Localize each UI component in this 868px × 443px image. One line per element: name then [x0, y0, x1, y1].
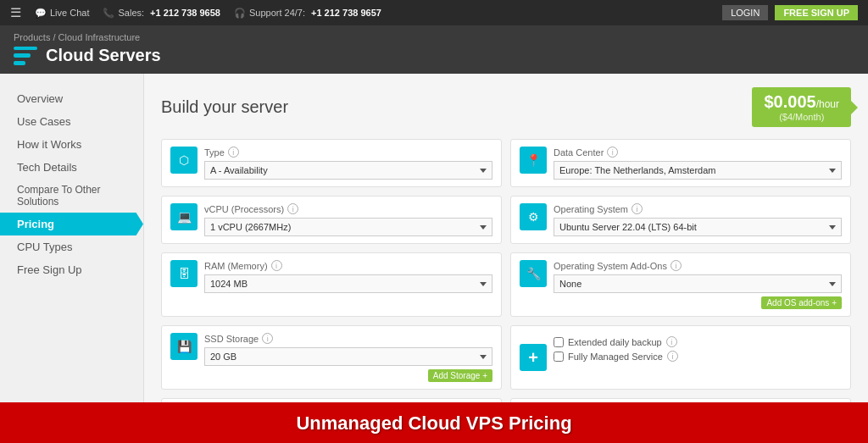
sidebar-item-tech-details[interactable]: Tech Details [0, 156, 143, 179]
ssd-icon: 💾 [170, 333, 198, 360]
free-signup-button[interactable]: FREE SIGN UP [775, 5, 858, 20]
sidebar-item-cpu-types[interactable]: CPU Types [0, 235, 143, 258]
os-addons-body: Operating System Add-Ons i None Add OS a… [554, 260, 842, 309]
vcpu-icon: 💻 [170, 203, 198, 230]
vcpu-config: 💻 vCPU (Processors) i 1 vCPU (2667MHz) [161, 196, 502, 244]
managed-info-icon[interactable]: i [667, 351, 678, 362]
os-info-icon[interactable]: i [632, 203, 643, 214]
os-addons-label: Operating System Add-Ons i [554, 260, 842, 271]
page-title: Cloud Servers [14, 46, 854, 65]
chat-icon: 💬 [35, 8, 47, 19]
bottom-banner: Unmanaged Cloud VPS Pricing [0, 402, 868, 443]
vcpu-info-icon[interactable]: i [287, 203, 298, 214]
breadcrumb-products[interactable]: Products [14, 32, 50, 42]
sidebar: Overview Use Cases How it Works Tech Det… [0, 74, 144, 402]
datacenter-info-icon[interactable]: i [607, 147, 618, 158]
live-chat[interactable]: 💬 Live Chat [35, 8, 89, 19]
ram-select[interactable]: 1024 MB [204, 274, 492, 293]
add-os-addons-link[interactable]: Add OS add-ons + [761, 296, 842, 309]
os-body: Operating System i Ubuntu Server 22.04 (… [554, 203, 842, 236]
os-addons-info-icon[interactable]: i [670, 260, 682, 271]
os-addons-select[interactable]: None [554, 274, 842, 293]
config-grid: ⬡ Type i A - Availability 📍 Data Center [161, 139, 851, 402]
ssd-body: SSD Storage i 20 GB Add Storage + [204, 333, 492, 382]
os-config: ⚙ Operating System i Ubuntu Server 22.04… [510, 196, 851, 244]
datacenter-body: Data Center i Europe: The Netherlands, A… [554, 147, 842, 180]
ram-info-icon[interactable]: i [271, 260, 282, 271]
sidebar-item-use-cases[interactable]: Use Cases [0, 110, 143, 133]
sidebar-item-pricing[interactable]: Pricing [0, 213, 143, 235]
ram-config: 🗄 RAM (Memory) i 1024 MB [161, 252, 502, 317]
plus-icon: + [520, 344, 547, 371]
type-icon: ⬡ [170, 147, 198, 174]
login-button[interactable]: LOGIN [722, 5, 768, 20]
type-label: Type i [204, 147, 492, 158]
extras-config: + Extended daily backup i Fully Managed … [510, 325, 851, 390]
phone-icon: 📞 [103, 8, 114, 19]
managed-checkbox[interactable] [554, 352, 564, 362]
os-addons-config: 🔧 Operating System Add-Ons i None Add OS… [510, 252, 851, 317]
backup-info-icon[interactable]: i [666, 336, 677, 347]
sales-phone: 📞 Sales: +1 212 738 9658 [103, 8, 220, 19]
os-addons-icon: 🔧 [520, 260, 547, 287]
ram-body: RAM (Memory) i 1024 MB [204, 260, 492, 293]
main-content: Build your server $0.005/hour ($4/Month)… [144, 74, 868, 402]
page-header: Products / Cloud Infrastructure Cloud Se… [0, 25, 868, 74]
sidebar-item-overview[interactable]: Overview [0, 87, 143, 110]
publicips-config: 🖥 Public IPs i 1 next step: SIGN UP FOR … [510, 398, 851, 402]
ram-icon: 🗄 [170, 260, 198, 287]
breadcrumb: Products / Cloud Infrastructure [14, 32, 854, 42]
traffic-config: 🕐 Internet Traffic included i 5000 GB/mo… [161, 398, 502, 402]
banner-text: Unmanaged Cloud VPS Pricing [296, 413, 571, 435]
topbar: ☰ 💬 Live Chat 📞 Sales: +1 212 738 9658 🎧… [0, 0, 868, 25]
ssd-info-icon[interactable]: i [262, 333, 273, 344]
price-month: ($4/Month) [764, 112, 839, 122]
datacenter-icon: 📍 [520, 147, 547, 174]
type-select[interactable]: A - Availability [204, 161, 492, 180]
sidebar-item-compare[interactable]: Compare To Other Solutions [0, 179, 143, 213]
vcpu-body: vCPU (Processors) i 1 vCPU (2667MHz) [204, 203, 492, 236]
ram-label: RAM (Memory) i [204, 260, 492, 271]
content-header: Build your server $0.005/hour ($4/Month) [161, 87, 851, 127]
support-phone: 🎧 Support 24/7: +1 212 738 9657 [234, 8, 381, 19]
sidebar-item-how-it-works[interactable]: How it Works [0, 133, 143, 156]
datacenter-label: Data Center i [554, 147, 842, 158]
type-info-icon[interactable]: i [228, 147, 239, 158]
os-select[interactable]: Ubuntu Server 22.04 (LTS) 64-bit [554, 218, 842, 236]
main-layout: Overview Use Cases How it Works Tech Det… [0, 74, 868, 402]
os-label: Operating System i [554, 203, 842, 214]
price-badge: $0.005/hour ($4/Month) [752, 87, 851, 127]
price-amount: $0.005/hour [764, 92, 839, 112]
extras-body: Extended daily backup i Fully Managed Se… [554, 333, 842, 362]
ssd-label: SSD Storage i [204, 333, 492, 344]
managed-row: Fully Managed Service i [554, 351, 842, 362]
vcpu-select[interactable]: 1 vCPU (2667MHz) [204, 218, 492, 236]
add-storage-link[interactable]: Add Storage + [428, 369, 492, 382]
headset-icon: 🎧 [234, 8, 246, 19]
topbar-left: ☰ 💬 Live Chat 📞 Sales: +1 212 738 9658 🎧… [10, 5, 381, 20]
build-server-title: Build your server [161, 97, 288, 117]
type-config: ⬡ Type i A - Availability [161, 139, 502, 187]
sidebar-item-free-signup[interactable]: Free Sign Up [0, 258, 143, 281]
ssd-config: 💾 SSD Storage i 20 GB Add Storage + [161, 325, 502, 390]
vcpu-label: vCPU (Processors) i [204, 203, 492, 214]
backup-checkbox[interactable] [554, 337, 564, 347]
datacenter-select[interactable]: Europe: The Netherlands, Amsterdam [554, 161, 842, 180]
topbar-right: LOGIN FREE SIGN UP [722, 5, 858, 20]
cloud-servers-icon [14, 47, 37, 65]
os-icon: ⚙ [520, 203, 547, 230]
checkbox-area: Extended daily backup i Fully Managed Se… [554, 336, 842, 362]
type-body: Type i A - Availability [204, 147, 492, 180]
backup-row: Extended daily backup i [554, 336, 842, 347]
hamburger-icon[interactable]: ☰ [10, 5, 21, 20]
datacenter-config: 📍 Data Center i Europe: The Netherlands,… [510, 139, 851, 187]
breadcrumb-cloud: Cloud Infrastructure [58, 32, 141, 42]
ssd-select[interactable]: 20 GB [204, 347, 492, 366]
